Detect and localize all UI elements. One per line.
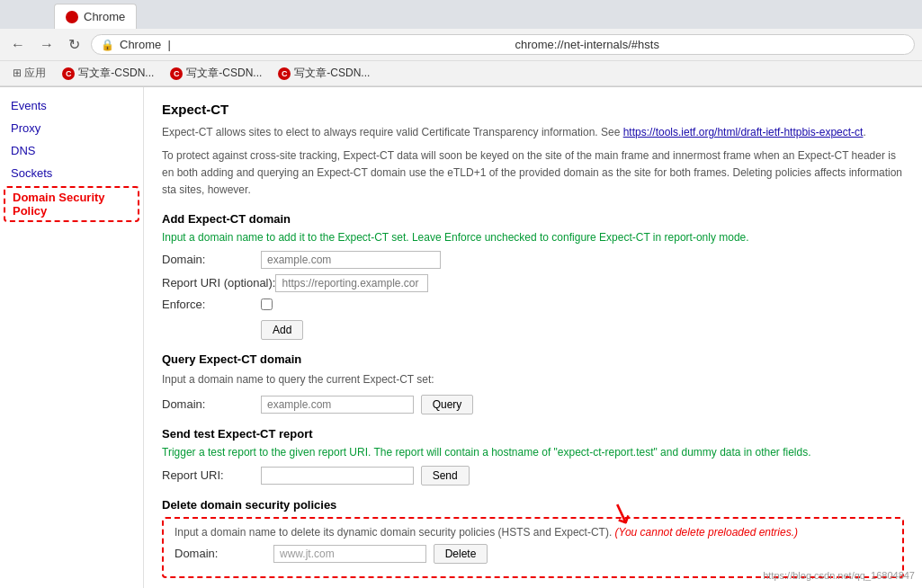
send-uri-label: Report URI: xyxy=(162,468,261,482)
query-button[interactable]: Query xyxy=(421,395,474,414)
add-report-uri-label: Report URI (optional): xyxy=(162,276,275,290)
watermark: https://blog.csdn.net/qq_16804847 xyxy=(763,570,915,581)
main-desc-link[interactable]: https://tools.ietf.org/html/draft-ietf-h… xyxy=(623,126,864,138)
main-description: Expect-CT allows sites to elect to alway… xyxy=(162,124,904,140)
apps-button[interactable]: ⊞ 应用 xyxy=(7,64,51,83)
content-area: Expect-CT Expect-CT allows sites to elec… xyxy=(144,87,922,588)
main-layout: Events Proxy DNS Sockets Domain Security… xyxy=(0,87,922,588)
delete-section-title: Delete domain security policies xyxy=(162,498,904,512)
bm-label-1: 写文章-CSDN... xyxy=(78,66,154,81)
delete-hint-em: (You cannot delete preloaded entries.) xyxy=(615,526,798,539)
sidebar-item-events[interactable]: Events xyxy=(0,94,143,117)
address-url: chrome://net-internals/#hsts xyxy=(515,38,906,51)
browser-chrome: Chrome ← → ↻ 🔒 Chrome | chrome://net-int… xyxy=(0,0,922,87)
sidebar-item-domain-security-policy[interactable]: Domain Security Policy xyxy=(4,186,139,222)
nav-bar: ← → ↻ 🔒 Chrome | chrome://net-internals/… xyxy=(0,29,922,61)
bookmark-3[interactable]: C 写文章-CSDN... xyxy=(273,65,375,82)
enforce-checkbox[interactable] xyxy=(261,298,273,310)
bookmarks-bar: ⊞ 应用 C 写文章-CSDN... C 写文章-CSDN... C 写文章-C… xyxy=(0,61,922,86)
query-section-hint: Input a domain name to query the current… xyxy=(162,371,904,388)
sidebar-item-proxy[interactable]: Proxy xyxy=(0,117,143,139)
query-domain-label: Domain: xyxy=(162,397,261,411)
add-section-title: Add Expect-CT domain xyxy=(162,212,904,226)
add-report-uri-input[interactable] xyxy=(275,274,428,292)
delete-hint: Input a domain name to delete its dynami… xyxy=(175,526,891,539)
sidebar: Events Proxy DNS Sockets Domain Security… xyxy=(0,87,144,588)
add-section-hint: Input a domain name to add it to the Exp… xyxy=(162,231,904,244)
bm-label-2: 写文章-CSDN... xyxy=(186,66,262,81)
query-domain-row: Domain: Query xyxy=(162,395,904,414)
add-domain-label: Domain: xyxy=(162,253,261,266)
reload-button[interactable]: ↻ xyxy=(65,34,84,55)
sidebar-item-sockets[interactable]: Sockets xyxy=(0,162,143,184)
sidebar-item-dns[interactable]: DNS xyxy=(0,139,143,162)
add-enforce-label: Enforce: xyxy=(162,298,261,311)
delete-domain-input[interactable] xyxy=(273,545,426,563)
send-uri-row: Report URI: Send xyxy=(162,466,904,486)
active-tab[interactable]: Chrome xyxy=(54,4,137,29)
delete-domain-label: Domain: xyxy=(175,547,273,560)
delete-button[interactable]: Delete xyxy=(434,544,488,564)
forward-button[interactable]: → xyxy=(36,35,58,55)
tab-bar: Chrome xyxy=(0,0,922,29)
add-domain-row: Domain: xyxy=(162,251,904,269)
bm-label-3: 写文章-CSDN... xyxy=(294,66,370,81)
main-desc-text: Expect-CT allows sites to elect to alway… xyxy=(162,126,623,138)
address-bar[interactable]: 🔒 Chrome | chrome://net-internals/#hsts xyxy=(91,34,915,55)
address-prefix: Chrome | xyxy=(120,38,510,51)
send-section-title: Send test Expect-CT report xyxy=(162,427,904,441)
back-button[interactable]: ← xyxy=(7,35,29,55)
send-button[interactable]: Send xyxy=(421,466,470,486)
delete-section-box: Input a domain name to delete its dynami… xyxy=(162,517,904,578)
bm-favicon-1: C xyxy=(62,67,75,80)
query-domain-input[interactable] xyxy=(261,396,414,414)
add-report-uri-row: Report URI (optional): xyxy=(162,274,904,292)
add-domain-input[interactable] xyxy=(261,251,441,269)
send-section-hint: Trigger a test report to the given repor… xyxy=(162,446,904,459)
lock-icon: 🔒 xyxy=(101,39,114,51)
add-enforce-row: Enforce: xyxy=(162,298,904,311)
bookmark-1[interactable]: C 写文章-CSDN... xyxy=(57,65,159,82)
delete-domain-row: Domain: Delete xyxy=(175,544,891,564)
main-warning: To protect against cross-site tracking, … xyxy=(162,147,904,200)
main-title: Expect-CT xyxy=(162,102,904,117)
send-uri-input[interactable] xyxy=(261,467,414,485)
bm-favicon-2: C xyxy=(170,67,183,80)
tab-favicon xyxy=(66,11,78,23)
tab-label: Chrome xyxy=(84,10,125,23)
bookmark-2[interactable]: C 写文章-CSDN... xyxy=(165,65,267,82)
add-button[interactable]: Add xyxy=(261,320,303,340)
add-btn-row: Add xyxy=(162,316,904,340)
bm-favicon-3: C xyxy=(278,67,291,80)
query-section-title: Query Expect-CT domain xyxy=(162,352,904,366)
